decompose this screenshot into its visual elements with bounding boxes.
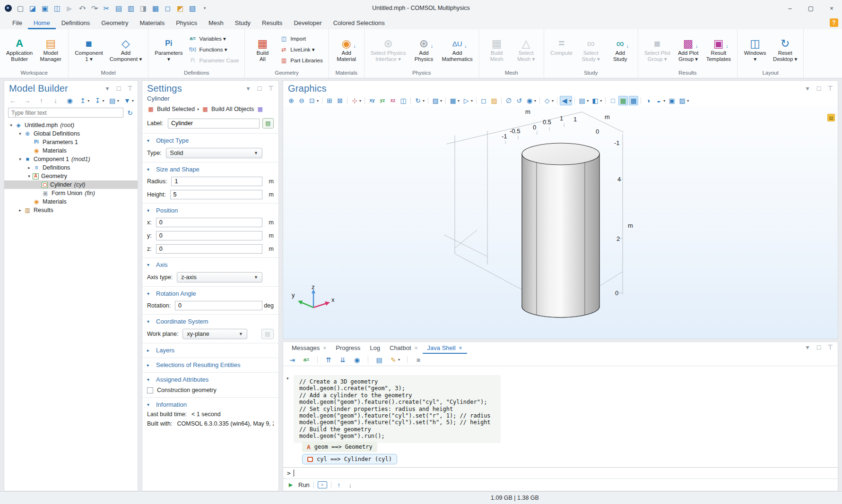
show-grid-button[interactable]: ▩ — [629, 96, 638, 105]
stop-button[interactable]: ■ — [414, 355, 423, 365]
build-all-objects-button[interactable]: ▦Build All Objects — [201, 105, 254, 113]
sound-caret-icon[interactable]: ▾ — [569, 99, 571, 103]
camera-snapshot-button[interactable]: ▣ — [667, 96, 677, 105]
history-down-icon[interactable]: ↓ — [347, 481, 354, 489]
clear-selection-button[interactable]: ◩ — [176, 4, 184, 12]
zoom-box-caret-icon[interactable]: ▾ — [317, 99, 319, 103]
panel-collapse-icon[interactable]: ▾ — [804, 343, 811, 351]
go-to-view-button[interactable]: ⊹▾ — [350, 96, 362, 105]
build-selected-button[interactable]: ▦Build Selected▾ — [147, 105, 199, 113]
section-header[interactable]: ▸Selections of Resulting Entities — [147, 361, 274, 368]
environment-caret-icon[interactable]: ▾ — [663, 99, 665, 103]
indent-button[interactable]: ⇥ — [287, 355, 297, 365]
record-button[interactable]: ▷▾ — [461, 96, 474, 105]
zoom-in-button[interactable]: ⊕ — [286, 96, 296, 105]
image-fit-button[interactable]: ⊠ — [335, 96, 345, 105]
filter-input[interactable] — [8, 108, 123, 118]
find-button[interactable]: ▧ — [189, 4, 196, 12]
wireframe-rendering-button[interactable]: ◇▾ — [542, 96, 555, 105]
graphics-viewport[interactable]: m-1-0.500.511m0-14m20 z y x ▤ — [283, 106, 838, 339]
collapse-all-caret-icon[interactable]: ▾ — [102, 99, 104, 103]
panel-float-icon[interactable]: □ — [815, 343, 823, 351]
view-xz-button[interactable]: xz — [388, 96, 398, 105]
menu-item-mesh[interactable]: Mesh — [203, 16, 229, 29]
section-header[interactable]: ▾Position — [147, 207, 274, 214]
tree-node-results[interactable]: ▸▥Results — [4, 206, 138, 214]
result-templates-button[interactable]: ▣↓ResultTemplates — [703, 31, 734, 68]
build-insert-button[interactable]: ▦ — [256, 105, 264, 113]
section-chevron-icon[interactable]: ▾ — [147, 377, 152, 382]
expand-all-button[interactable]: ↥▾ — [79, 96, 89, 105]
dynamic-help-icon[interactable]: ▤ — [827, 114, 835, 121]
tree-expander-icon[interactable]: ▸ — [26, 165, 32, 170]
panel-collapse-icon[interactable]: ▾ — [244, 84, 252, 93]
filter-caret-icon[interactable]: ▾ — [132, 99, 134, 103]
select-box-button[interactable]: ◻ — [164, 4, 172, 12]
reset-desktop-button[interactable]: ↻ResetDesktop ▾ — [770, 31, 800, 68]
select-frame-button[interactable]: ◻ — [479, 96, 488, 105]
tab-progress[interactable]: Progress — [331, 342, 365, 354]
model-manager-button[interactable]: ▤ModelManager — [36, 31, 65, 68]
close-icon[interactable]: × — [323, 345, 326, 351]
section-header[interactable]: ▾Object Type — [147, 137, 274, 144]
snapshot-button[interactable]: ▦▾ — [448, 96, 460, 105]
panel-pin-icon[interactable]: ⊤ — [267, 84, 275, 93]
section-chevron-icon[interactable]: ▾ — [147, 167, 152, 172]
scene-appearance-button[interactable]: ▧▾ — [431, 96, 443, 105]
panel-collapse-icon[interactable]: ▾ — [104, 84, 111, 93]
copy-graphics-caret-icon[interactable]: ▾ — [587, 99, 589, 103]
nav-forward-button[interactable]: → — [23, 96, 32, 105]
livelink-button[interactable]: ⇄LiveLink ▾ — [280, 45, 322, 54]
tree-node-untitled-mph[interactable]: ▾◈Untitled.mph(root) — [4, 121, 138, 129]
run-play-icon[interactable]: ▶ — [287, 481, 295, 489]
field-input-y[interactable] — [156, 231, 262, 240]
open-file-button[interactable]: ◪ — [29, 4, 36, 12]
menu-item-developer[interactable]: Developer — [288, 16, 327, 29]
move-down-button[interactable]: ↓ — [51, 96, 60, 105]
build-selected-caret-icon[interactable]: ▾ — [197, 107, 199, 111]
tree-expander-icon[interactable]: ▾ — [26, 174, 32, 179]
tab-log[interactable]: Log — [365, 342, 385, 354]
section-chevron-icon[interactable]: ▾ — [147, 208, 152, 213]
collapse-code-icon[interactable]: ▾ — [286, 376, 289, 381]
environment-button[interactable]: ◒▾ — [654, 96, 666, 105]
add-study-button[interactable]: ∞↓AddStudy — [606, 31, 634, 68]
filter-button[interactable]: ▼▾ — [124, 96, 133, 105]
section-header[interactable]: ▸Layers — [147, 347, 274, 354]
field-select-axistype[interactable]: z-axis▼ — [177, 272, 262, 282]
expand-all-caret-icon[interactable]: ▾ — [87, 99, 89, 103]
copy-button[interactable]: ▤ — [115, 4, 122, 12]
tree-expander-icon[interactable]: ▾ — [8, 123, 14, 128]
refresh-icon[interactable]: ↻ — [126, 109, 134, 117]
tree-node-component-1[interactable]: ▾■Component 1(mod1) — [4, 155, 138, 163]
update-caret-icon[interactable]: ▾ — [423, 99, 425, 103]
tree-node-materials[interactable]: ◉Materials — [4, 146, 138, 155]
add-image-button[interactable]: ▨▾ — [677, 96, 690, 105]
tree-node-definitions[interactable]: ▸≡Definitions — [4, 163, 138, 172]
menu-item-home[interactable]: Home — [28, 16, 56, 29]
tree-expander-icon[interactable]: ▾ — [17, 131, 23, 136]
add-plot-group-button[interactable]: ▩↓Add PlotGroup ▾ — [674, 31, 703, 68]
declare-button[interactable]: a= — [302, 355, 311, 365]
section-header[interactable]: ▾Information — [147, 401, 274, 408]
section-chevron-icon[interactable]: ▾ — [147, 319, 152, 324]
maximize-button[interactable]: ▢ — [800, 0, 821, 16]
field-input-radius[interactable] — [171, 177, 262, 186]
clean-caret-icon[interactable]: ▾ — [398, 358, 400, 362]
checkbox[interactable] — [147, 387, 153, 393]
menu-item-results[interactable]: Results — [256, 16, 288, 29]
tree-expander-icon[interactable]: ▾ — [17, 157, 23, 162]
section-chevron-icon[interactable]: ▾ — [147, 402, 152, 407]
panel-float-icon[interactable]: □ — [115, 84, 122, 93]
application-builder-button[interactable]: AApplicationBuilder — [3, 31, 35, 68]
collapse-all-button[interactable]: ↧▾ — [94, 96, 104, 105]
panel-pin-icon[interactable]: ⊤ — [826, 84, 834, 93]
maximize-graphics-button[interactable]: □ — [608, 96, 617, 105]
label-input[interactable] — [168, 119, 260, 128]
field-input-z[interactable] — [156, 244, 262, 254]
lines-button[interactable]: ▤ — [374, 355, 384, 365]
add-image-caret-icon[interactable]: ▾ — [687, 99, 689, 103]
section-chevron-icon[interactable]: ▾ — [147, 291, 152, 296]
panel-pin-icon[interactable]: ⊤ — [826, 343, 834, 351]
close-icon[interactable]: × — [415, 345, 418, 351]
